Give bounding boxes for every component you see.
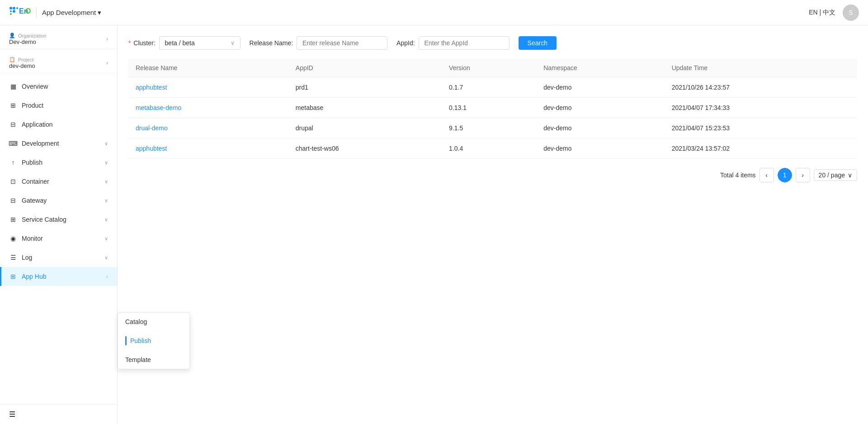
svg-point-1 — [13, 7, 15, 10]
per-page-select[interactable]: 20 / page ∨ — [814, 169, 857, 181]
gateway-arrow-icon: ∨ — [104, 198, 108, 204]
sidebar-item-development[interactable]: ⌨ Development ∨ — [0, 134, 117, 153]
col-namespace: Namespace — [536, 59, 664, 77]
cluster-dropdown-icon: ∨ — [231, 40, 235, 46]
release-name-link[interactable]: apphubtest — [136, 145, 167, 152]
user-avatar[interactable]: S — [843, 5, 859, 21]
required-star: * — [128, 39, 131, 47]
sidebar-item-log[interactable]: ☰ Log ∨ — [0, 248, 117, 267]
col-update-time: Update Time — [665, 59, 857, 77]
dropdown-arrow-icon: ▾ — [98, 9, 101, 17]
publish-arrow-icon: ∨ — [104, 160, 108, 166]
svg-point-5 — [10, 13, 12, 15]
pagination: Total 4 items ‹ 1 › 20 / page ∨ — [128, 168, 857, 182]
project-name: dev-demo — [9, 62, 35, 69]
service-catalog-icon: ⊞ — [9, 215, 17, 224]
menu-collapse-icon[interactable]: ☰ — [9, 410, 15, 418]
monitor-icon: ◉ — [9, 234, 17, 243]
col-appid: AppID — [288, 59, 442, 77]
appid-label: AppId: — [396, 39, 415, 47]
prev-page-button[interactable]: ‹ — [760, 168, 774, 182]
table-body: apphubtest prd1 0.1.7 dev-demo 2021/10/2… — [128, 77, 857, 159]
sidebar-item-application[interactable]: ⊟ Application — [0, 115, 117, 134]
sidebar-item-container[interactable]: ⊡ Container ∨ — [0, 172, 117, 191]
log-icon: ☰ — [9, 253, 17, 262]
sidebar-item-service-catalog[interactable]: ⊞ Service Catalog ∨ — [0, 210, 117, 229]
nav-left: En OS App Development ▾ — [9, 6, 101, 19]
main-layout: 👤 Organization Dev-demo › 📋 Project dev-… — [0, 25, 868, 424]
person-icon: 👤 — [9, 33, 15, 38]
main-content: * Cluster: beta / beta ∨ Release Name: A… — [118, 25, 868, 424]
app-id-cell: prd1 — [288, 77, 442, 98]
project-icon: 📋 — [9, 57, 15, 62]
search-button[interactable]: Search — [519, 36, 557, 50]
data-table: Release Name AppID Version Namespace Upd… — [128, 59, 857, 159]
version-cell: 1.0.4 — [442, 138, 536, 159]
svg-point-4 — [13, 10, 15, 13]
monitor-arrow-icon: ∨ — [104, 236, 108, 242]
release-name-input[interactable] — [297, 36, 387, 50]
release-name-label: Release Name: — [250, 39, 293, 47]
active-indicator — [125, 336, 127, 345]
filter-bar: * Cluster: beta / beta ∨ Release Name: A… — [128, 36, 857, 50]
nav-right: EN | 中文 S — [809, 5, 859, 21]
submenu-item-publish[interactable]: Publish — [118, 331, 189, 351]
appid-field: AppId: — [396, 36, 509, 50]
update-time-cell: 2021/10/26 14:23:57 — [665, 77, 857, 98]
update-time-cell: 2021/03/24 13:57:02 — [665, 138, 857, 159]
development-arrow-icon: ∨ — [104, 141, 108, 147]
svg-point-3 — [10, 10, 12, 12]
sidebar-item-gateway[interactable]: ⊟ Gateway ∨ — [0, 191, 117, 210]
lang-switcher[interactable]: EN | 中文 — [809, 9, 835, 17]
per-page-arrow-icon: ∨ — [848, 172, 852, 179]
sidebar-item-overview[interactable]: ▦ Overview — [0, 77, 117, 96]
submenu-item-catalog[interactable]: Catalog — [118, 313, 189, 331]
table-row: apphubtest chart-test-ws06 1.0.4 dev-dem… — [128, 138, 857, 159]
org-name: Dev-demo — [9, 38, 46, 45]
namespace-cell: dev-demo — [536, 77, 664, 98]
app-development-dropdown[interactable]: App Development ▾ — [42, 9, 101, 17]
cluster-select[interactable]: beta / beta ∨ — [159, 36, 241, 50]
release-name-link[interactable]: drual-demo — [136, 124, 168, 132]
svg-point-0 — [9, 7, 12, 10]
release-name-link[interactable]: apphubtest — [136, 84, 167, 91]
version-cell: 0.13.1 — [442, 98, 536, 118]
next-page-button[interactable]: › — [796, 168, 810, 182]
appid-input[interactable] — [419, 36, 509, 50]
page-1-button[interactable]: 1 — [778, 168, 792, 182]
namespace-cell: dev-demo — [536, 138, 664, 159]
namespace-cell: dev-demo — [536, 118, 664, 138]
overview-icon: ▦ — [9, 82, 17, 91]
sidebar-item-product[interactable]: ⊞ Product — [0, 96, 117, 115]
org-expand-icon[interactable]: › — [106, 36, 108, 42]
submenu-item-template[interactable]: Template — [118, 351, 189, 369]
service-catalog-arrow-icon: ∨ — [104, 217, 108, 223]
release-name-link[interactable]: metabase-demo — [136, 104, 181, 111]
top-nav: En OS App Development ▾ EN | 中文 S — [0, 0, 868, 25]
container-icon: ⊡ — [9, 177, 17, 186]
svg-point-2 — [16, 7, 18, 9]
sidebar-item-publish[interactable]: ↑ Publish ∨ — [0, 153, 117, 172]
nav-divider — [36, 7, 37, 18]
publish-icon: ↑ — [9, 158, 17, 167]
app-hub-icon: ⊞ — [9, 272, 17, 281]
table-row: drual-demo drupal 9.1.5 dev-demo 2021/04… — [128, 118, 857, 138]
sidebar-item-app-hub[interactable]: ⊞ App Hub › — [0, 267, 117, 286]
app-id-cell: drupal — [288, 118, 442, 138]
total-items: Total 4 items — [720, 172, 756, 179]
project-row[interactable]: 📋 Project dev-demo › — [9, 57, 108, 69]
org-row[interactable]: 👤 Organization Dev-demo › — [9, 33, 108, 45]
sidebar: 👤 Organization Dev-demo › 📋 Project dev-… — [0, 25, 118, 424]
project-expand-icon[interactable]: › — [106, 60, 108, 66]
col-version: Version — [442, 59, 536, 77]
project-label: 📋 Project — [9, 57, 35, 62]
update-time-cell: 2021/04/07 15:23:53 — [665, 118, 857, 138]
table-row: apphubtest prd1 0.1.7 dev-demo 2021/10/2… — [128, 77, 857, 98]
app-id-cell: chart-test-ws06 — [288, 138, 442, 159]
sidebar-item-monitor[interactable]: ◉ Monitor ∨ — [0, 229, 117, 248]
logo-icon: En OS — [9, 6, 31, 19]
update-time-cell: 2021/04/07 17:34:33 — [665, 98, 857, 118]
sidebar-menu: ▦ Overview ⊞ Product ⊟ Application ⌨ Dev… — [0, 73, 117, 404]
product-icon: ⊞ — [9, 101, 17, 110]
logo: En OS — [9, 6, 31, 19]
